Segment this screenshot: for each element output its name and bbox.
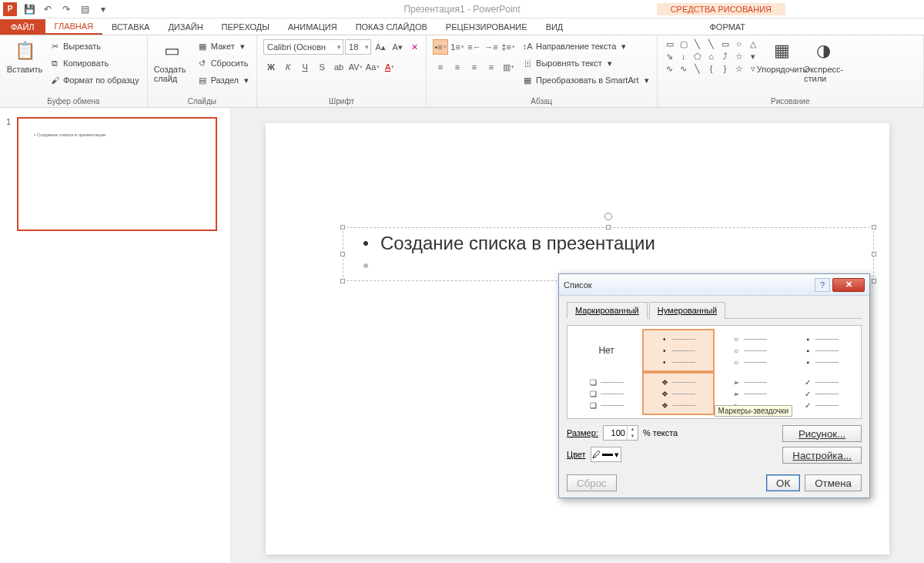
tab-transitions[interactable]: ПЕРЕХОДЫ <box>213 20 279 34</box>
shape-gallery[interactable]: ▭▢╲╲▭○△ ⇘↓⬠⌂⤴☆▾ ∿∿╲{}☆▿ <box>664 39 759 74</box>
customize-button[interactable]: Настройка... <box>782 447 862 464</box>
bullet-option-none[interactable]: Нет <box>571 329 642 372</box>
strike-button[interactable]: S <box>314 59 330 75</box>
copy-button[interactable]: ⧉Копировать <box>48 55 141 71</box>
justify-button[interactable]: ≡ <box>484 59 499 75</box>
resize-handle[interactable] <box>340 252 345 256</box>
tab-view[interactable]: ВИД <box>537 20 573 34</box>
redo-icon[interactable]: ↷ <box>60 3 72 15</box>
format-painter-button[interactable]: 🖌Формат по образцу <box>48 72 141 88</box>
rotate-handle[interactable] <box>604 213 612 220</box>
dialog-title: Список <box>564 280 815 290</box>
bullets-button[interactable]: •≡ <box>433 39 448 55</box>
align-center-button[interactable]: ≡ <box>450 59 465 75</box>
align-right-button[interactable]: ≡ <box>467 59 482 75</box>
section-button[interactable]: ▤Раздел ▾ <box>196 72 250 88</box>
decrease-indent-button[interactable]: ≡← <box>467 39 482 55</box>
columns-button[interactable]: ▥ <box>500 59 516 75</box>
slide-panel[interactable]: 1 • Создание списка в презентации <box>0 108 231 563</box>
slide-thumbnail[interactable]: • Создание списка в презентации <box>17 117 217 231</box>
bullet-option-disc[interactable]: • • • <box>642 329 714 372</box>
tab-slideshow[interactable]: ПОКАЗ СЛАЙДОВ <box>346 20 437 34</box>
tab-format[interactable]: ФОРМАТ <box>701 20 755 34</box>
increase-indent-button[interactable]: →≡ <box>484 39 499 55</box>
dialog-titlebar[interactable]: Список ? ✕ <box>559 274 869 296</box>
layout-button[interactable]: ▦Макет ▾ <box>196 39 250 54</box>
bullet-option-diamond[interactable]: ❖ ❖ ❖ <box>642 372 714 415</box>
save-icon[interactable]: 💾 <box>23 3 35 15</box>
tab-insert[interactable]: ВСТАВКА <box>102 20 159 34</box>
numbering-button[interactable]: 1≡ <box>450 39 465 55</box>
new-slide-button[interactable]: ▭ Создать слайд <box>154 39 191 83</box>
resize-handle[interactable] <box>872 279 876 283</box>
slide-number: 1 <box>6 117 11 231</box>
reset-icon: ↺ <box>197 58 208 69</box>
color-label: Цвет <box>567 450 586 459</box>
resize-handle[interactable] <box>606 225 611 230</box>
quick-access-toolbar: 💾 ↶ ↷ ▤ ▾ <box>23 3 109 15</box>
close-button[interactable]: ✕ <box>832 278 865 292</box>
spin-up-icon[interactable]: ▲ <box>628 426 638 433</box>
picture-button[interactable]: Рисунок... <box>782 425 862 442</box>
resize-handle[interactable] <box>872 252 876 256</box>
qat-customize-icon[interactable]: ▾ <box>97 3 109 15</box>
tab-numbered[interactable]: Нумерованный <box>649 302 725 319</box>
group-drawing: ▭▢╲╲▭○△ ⇘↓⬠⌂⤴☆▾ ∿∿╲{}☆▿ ▦ Упорядочить ◑ … <box>658 35 924 107</box>
bullet-option-hollow-square[interactable]: ❏ ❏ ❏ <box>571 372 642 415</box>
bullet-icon <box>363 241 368 246</box>
align-left-button[interactable]: ≡ <box>433 59 448 75</box>
spin-down-icon[interactable]: ▼ <box>628 433 638 440</box>
resize-handle[interactable] <box>340 225 345 230</box>
text-direction-button[interactable]: ↕AНаправление текста ▾ <box>521 39 651 54</box>
resize-handle[interactable] <box>340 279 345 283</box>
line-spacing-button[interactable]: ‡≡ <box>500 39 516 55</box>
bullet-tooltip: Маркеры-звездочки <box>715 405 793 417</box>
increase-font-icon[interactable]: A▴ <box>373 39 388 55</box>
font-size-combo[interactable]: 18 <box>345 39 371 55</box>
tab-home[interactable]: ГЛАВНАЯ <box>45 19 102 35</box>
size-input[interactable] <box>604 426 627 440</box>
tab-bulleted[interactable]: Маркированный <box>567 302 648 319</box>
ok-button[interactable]: ОК <box>766 474 800 491</box>
resize-handle[interactable] <box>872 225 876 230</box>
bullets-dialog: Список ? ✕ Маркированный Нумерованный Не… <box>558 273 870 498</box>
cut-button[interactable]: ✂Вырезать <box>48 39 141 54</box>
underline-button[interactable]: Ч <box>297 59 313 75</box>
italic-button[interactable]: К <box>280 59 296 75</box>
color-picker-button[interactable]: 🖊▾ <box>591 447 621 462</box>
bullet-option-circle[interactable]: ○ ○ ○ <box>715 329 786 372</box>
align-text-button[interactable]: ⍐Выровнять текст ▾ <box>521 55 651 71</box>
tab-animations[interactable]: АНИМАЦИЯ <box>279 20 346 34</box>
group-label-font: Шрифт <box>263 96 420 106</box>
char-spacing-button[interactable]: AV <box>348 59 363 75</box>
bold-button[interactable]: Ж <box>263 59 279 75</box>
tab-review[interactable]: РЕЦЕНЗИРОВАНИЕ <box>437 20 537 34</box>
font-color-button[interactable]: A <box>382 59 397 75</box>
bullet-option-check[interactable]: ✓ ✓ ✓ <box>786 372 858 415</box>
reset-button: Сброс <box>567 474 617 491</box>
group-label-paragraph: Абзац <box>433 96 651 106</box>
quick-styles-button[interactable]: ◑ Экспресс-стили <box>805 39 842 83</box>
bullet-option-square[interactable]: ▪ ▪ ▪ <box>786 329 858 372</box>
group-clipboard: 📋 Вставить ✂Вырезать ⧉Копировать 🖌Формат… <box>0 35 148 107</box>
smartart-button[interactable]: ▦Преобразовать в SmartArt ▾ <box>521 72 651 88</box>
change-case-button[interactable]: Aa <box>365 59 380 75</box>
reset-button[interactable]: ↺Сбросить <box>196 55 250 71</box>
decrease-font-icon[interactable]: A▾ <box>390 39 405 55</box>
paste-button[interactable]: 📋 Вставить <box>6 39 43 74</box>
tab-file[interactable]: ФАЙЛ <box>0 19 45 35</box>
undo-icon[interactable]: ↶ <box>42 3 54 15</box>
bullet-text[interactable]: Создание списка в презентации <box>380 233 655 254</box>
start-slideshow-icon[interactable]: ▤ <box>79 3 91 15</box>
arrange-button[interactable]: ▦ Упорядочить <box>764 39 801 74</box>
help-button[interactable]: ? <box>815 278 830 292</box>
clear-format-icon[interactable]: ✕ <box>407 39 422 55</box>
arrange-icon: ▦ <box>770 39 795 63</box>
cancel-button[interactable]: Отмена <box>805 474 862 491</box>
font-name-combo[interactable]: Calibri (Основн <box>263 39 343 55</box>
size-spinner[interactable]: ▲▼ <box>603 425 638 441</box>
shadow-button[interactable]: ab <box>331 59 346 75</box>
bullet-option-arrow[interactable]: ➢ ➢ ➢ Маркеры-звездочки <box>715 372 786 415</box>
ribbon-tabs: ФАЙЛ ГЛАВНАЯ ВСТАВКА ДИЗАЙН ПЕРЕХОДЫ АНИ… <box>0 18 924 35</box>
tab-design[interactable]: ДИЗАЙН <box>159 20 212 34</box>
